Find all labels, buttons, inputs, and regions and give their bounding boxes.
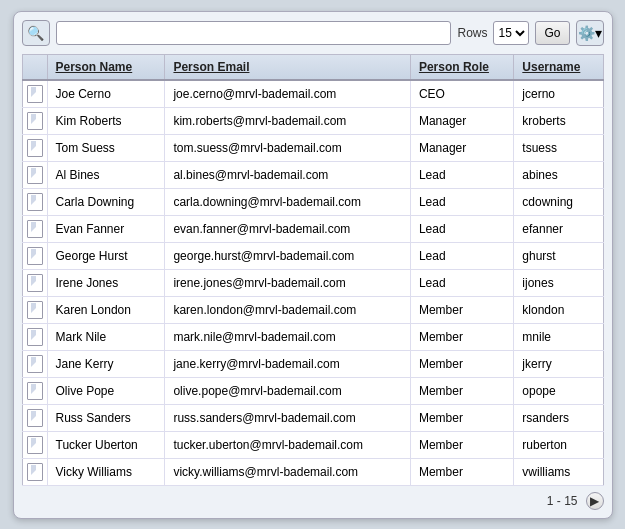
row-icon-cell (22, 107, 47, 134)
document-icon (27, 85, 43, 103)
document-icon (27, 139, 43, 157)
rows-label: Rows (457, 26, 487, 40)
col-header-email[interactable]: Person Email (165, 54, 410, 80)
table-row[interactable]: Al Binesal.bines@mrvl-bademail.comLeadab… (22, 161, 603, 188)
table-row[interactable]: Vicky Williamsvicky.williams@mrvl-badema… (22, 458, 603, 485)
document-icon (27, 409, 43, 427)
go-button[interactable]: Go (535, 21, 569, 45)
table-row[interactable]: Evan Fannerevan.fanner@mrvl-bademail.com… (22, 215, 603, 242)
cell-role: CEO (410, 80, 513, 108)
cell-name: Karen London (47, 296, 165, 323)
cell-email: joe.cerno@mrvl-bademail.com (165, 80, 410, 108)
cell-name: Tucker Uberton (47, 431, 165, 458)
cell-email: russ.sanders@mrvl-bademail.com (165, 404, 410, 431)
document-icon (27, 355, 43, 373)
cell-username: opope (514, 377, 603, 404)
document-icon (27, 247, 43, 265)
cell-email: vicky.williams@mrvl-bademail.com (165, 458, 410, 485)
row-icon-cell (22, 431, 47, 458)
gear-icon-button[interactable]: ⚙️▾ (576, 20, 604, 46)
next-page-button[interactable]: ▶ (586, 492, 604, 510)
cell-username: jcerno (514, 80, 603, 108)
search-icon-button[interactable]: 🔍 (22, 20, 50, 46)
col-header-role[interactable]: Person Role (410, 54, 513, 80)
cell-name: George Hurst (47, 242, 165, 269)
cell-role: Member (410, 350, 513, 377)
document-icon (27, 382, 43, 400)
cell-role: Lead (410, 188, 513, 215)
cell-username: abines (514, 161, 603, 188)
table-row[interactable]: Tucker Ubertontucker.uberton@mrvl-badema… (22, 431, 603, 458)
row-icon-cell (22, 188, 47, 215)
document-icon (27, 328, 43, 346)
search-input[interactable] (56, 21, 452, 45)
document-icon (27, 274, 43, 292)
row-icon-cell (22, 134, 47, 161)
row-icon-cell (22, 161, 47, 188)
table-header-row: Person Name Person Email Person Role Use… (22, 54, 603, 80)
row-icon-cell (22, 242, 47, 269)
cell-username: rsanders (514, 404, 603, 431)
cell-email: olive.pope@mrvl-bademail.com (165, 377, 410, 404)
col-header-name[interactable]: Person Name (47, 54, 165, 80)
table-row[interactable]: Karen Londonkaren.london@mrvl-bademail.c… (22, 296, 603, 323)
cell-name: Evan Fanner (47, 215, 165, 242)
col-header-icon (22, 54, 47, 80)
row-icon-cell (22, 296, 47, 323)
cell-username: cdowning (514, 188, 603, 215)
document-icon (27, 166, 43, 184)
cell-email: al.bines@mrvl-bademail.com (165, 161, 410, 188)
cell-role: Member (410, 377, 513, 404)
cell-role: Member (410, 458, 513, 485)
document-icon (27, 463, 43, 481)
cell-role: Manager (410, 134, 513, 161)
cell-name: Irene Jones (47, 269, 165, 296)
cell-username: ruberton (514, 431, 603, 458)
cell-email: kim.roberts@mrvl-bademail.com (165, 107, 410, 134)
cell-username: tsuess (514, 134, 603, 161)
row-icon-cell (22, 215, 47, 242)
cell-name: Kim Roberts (47, 107, 165, 134)
cell-role: Lead (410, 161, 513, 188)
row-icon-cell (22, 377, 47, 404)
table-row[interactable]: Russ Sandersruss.sanders@mrvl-bademail.c… (22, 404, 603, 431)
table-row[interactable]: Kim Robertskim.roberts@mrvl-bademail.com… (22, 107, 603, 134)
cell-name: Olive Pope (47, 377, 165, 404)
cell-role: Lead (410, 269, 513, 296)
cell-username: klondon (514, 296, 603, 323)
document-icon (27, 436, 43, 454)
rows-select[interactable]: 15 10 20 25 50 (493, 21, 529, 45)
cell-name: Joe Cerno (47, 80, 165, 108)
cell-role: Lead (410, 242, 513, 269)
table-row[interactable]: Irene Jonesirene.jones@mrvl-bademail.com… (22, 269, 603, 296)
table-row[interactable]: Mark Nilemark.nile@mrvl-bademail.comMemb… (22, 323, 603, 350)
cell-role: Member (410, 323, 513, 350)
cell-email: george.hurst@mrvl-bademail.com (165, 242, 410, 269)
pagination: 1 - 15 ▶ (22, 492, 604, 510)
table-row[interactable]: Tom Suesstom.suess@mrvl-bademail.comMana… (22, 134, 603, 161)
cell-name: Al Bines (47, 161, 165, 188)
row-icon-cell (22, 458, 47, 485)
cell-role: Member (410, 431, 513, 458)
table-row[interactable]: Jane Kerryjane.kerry@mrvl-bademail.comMe… (22, 350, 603, 377)
table-row[interactable]: Carla Downingcarla.downing@mrvl-bademail… (22, 188, 603, 215)
cell-name: Russ Sanders (47, 404, 165, 431)
pagination-text: 1 - 15 (547, 494, 578, 508)
table-row[interactable]: Joe Cernojoe.cerno@mrvl-bademail.comCEOj… (22, 80, 603, 108)
table-row[interactable]: George Hurstgeorge.hurst@mrvl-bademail.c… (22, 242, 603, 269)
document-icon (27, 301, 43, 319)
cell-email: evan.fanner@mrvl-bademail.com (165, 215, 410, 242)
document-icon (27, 193, 43, 211)
cell-role: Member (410, 296, 513, 323)
cell-email: irene.jones@mrvl-bademail.com (165, 269, 410, 296)
cell-username: ijones (514, 269, 603, 296)
cell-username: vwilliams (514, 458, 603, 485)
cell-name: Vicky Williams (47, 458, 165, 485)
cell-email: tom.suess@mrvl-bademail.com (165, 134, 410, 161)
cell-name: Tom Suess (47, 134, 165, 161)
row-icon-cell (22, 80, 47, 108)
table-row[interactable]: Olive Popeolive.pope@mrvl-bademail.comMe… (22, 377, 603, 404)
document-icon (27, 220, 43, 238)
row-icon-cell (22, 323, 47, 350)
col-header-username[interactable]: Username (514, 54, 603, 80)
